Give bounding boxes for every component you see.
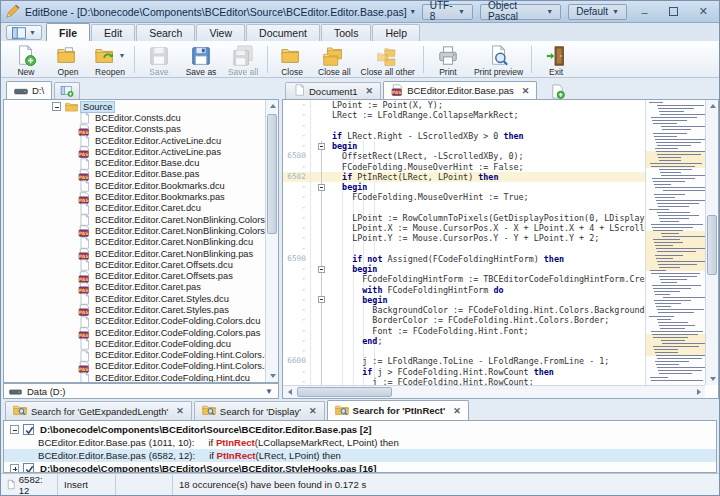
code-line[interactable]: - if j > FCodeFolding.Hint.RowCount then [283,367,705,377]
tree-item[interactable]: BCEditor.Editor.CodeFolding.dcu [4,338,265,349]
code-line[interactable]: - begin [283,264,705,274]
exit-button[interactable]: Exit [535,43,577,76]
code-line[interactable]: -LPoint := Point(X, Y); [283,100,705,110]
minimap[interactable] [645,100,705,385]
code-line[interactable]: - j := FCodeFolding.Hint.RowCount; [283,377,705,385]
tree-item[interactable]: BCEditor.Editor.CodeFolding.Hint.Colors.… [4,350,265,361]
search-tab[interactable]: Search for 'PtInRect'✕ [327,400,469,420]
scroll-up-icon[interactable] [706,100,719,112]
tree-item[interactable]: PASBCEditor.Editor.CodeFolding.Hint.Colo… [4,361,265,372]
tree-item[interactable]: PASBCEditor.Editor.ActiveLine.pas [4,146,265,157]
editor-tab-document1[interactable]: Document1✕ [285,82,381,99]
close-tab-icon[interactable]: ✕ [309,406,317,416]
highlighter-dropdown[interactable]: Object Pascal▼ [480,4,561,20]
fold-collapse-icon[interactable] [318,143,325,150]
tree-item[interactable]: BCEditor.Editor.Caret.Styles.dcu [4,293,265,304]
code-line[interactable]: -if LRect.Right - LScrolledXBy > 0 then [283,131,705,141]
checkbox[interactable] [23,424,34,435]
tree-item[interactable]: BCEditor.Editor.CodeFolding.Colors.dcu [4,316,265,327]
scroll-right-icon[interactable] [692,386,705,398]
menu-tab-tools[interactable]: Tools [321,24,372,41]
tree-item[interactable]: BCEditor.Editor.Caret.Offsets.dcu [4,259,265,270]
tree-item[interactable]: PASBCEditor.Editor.Caret.NonBlinking.Col… [4,225,265,236]
tree-item[interactable]: BCEditor.Editor.ActiveLine.dcu [4,135,265,146]
result-file-row[interactable]: D:\bonecode\Components\BCEditor\Source\B… [4,462,716,473]
menu-tab-document[interactable]: Document [246,24,320,41]
reopen-button[interactable]: ▼Reopen [89,43,131,76]
menu-tab-help[interactable]: Help [372,24,420,41]
code-line[interactable]: - [283,346,705,356]
new-document-tab-button[interactable] [547,83,567,99]
collapse-icon[interactable] [10,425,19,434]
close-tab-icon[interactable]: ✕ [453,406,461,416]
code-line[interactable]: - LPoint.X := Mouse.CursorPos.X - X + LP… [283,223,705,233]
editor-horizontal-scrollbar[interactable] [283,385,705,398]
tree-item[interactable]: PASBCEditor.Editor.Base.pas [4,169,265,180]
checkbox[interactable] [23,463,34,473]
code-line[interactable]: 6600 j := LFoldRange.ToLine - LFoldRange… [283,356,705,366]
fold-collapse-icon[interactable] [318,266,325,273]
close-tab-icon[interactable]: ✕ [176,406,184,416]
tree-item[interactable]: PASBCEditor.Editor.Caret.NonBlinking.pas [4,248,265,259]
code-line[interactable]: 6580 OffsetRect(LRect, -LScrolledXBy, 0)… [283,151,705,161]
code-line[interactable]: -begin [283,141,705,151]
tree-item[interactable]: BCEditor.Editor.Caret.NonBlinking.Colors… [4,214,265,225]
expand-icon[interactable] [10,464,19,473]
editor-tab-bceditor-editor-base-pas[interactable]: PASBCEditor.Editor.Base.pas✕ [383,81,537,99]
add-directory-tab-button[interactable] [54,82,80,99]
result-match-row[interactable]: BCEditor.Editor.Base.pas(1011, 10):if Pt… [4,436,716,449]
code-line[interactable]: -LRect := LFoldRange.CollapseMarkRect; [283,110,705,120]
result-file-row[interactable]: D:\bonecode\Components\BCEditor\Source\B… [4,423,716,436]
encoding-dropdown[interactable]: UTF-8▼ [422,4,473,20]
code-line[interactable]: - FCodeFolding.MouseOverHint := True; [283,192,705,202]
print-preview-button[interactable]: Print preview [469,43,528,76]
menu-tab-edit[interactable]: Edit [91,24,135,41]
code-line[interactable]: - FCodeFolding.MouseOverHint := False; [283,162,705,172]
minimize-button[interactable]: – [633,6,656,18]
code-line[interactable]: - FCodeFoldingHintForm := TBCEditorCodeF… [283,274,705,284]
code-line[interactable]: 6590 if not Assigned(FCodeFoldingHintFor… [283,254,705,264]
directory-tab-d-drive[interactable]: D:\ [6,81,52,99]
tree-vertical-scrollbar[interactable] [265,100,278,382]
tree-item[interactable]: BCEditor.Consts.dcu [4,112,265,123]
tree-item[interactable]: PASBCEditor.Editor.Caret.Offsets.pas [4,270,265,281]
tree-item[interactable]: BCEditor.Editor.Caret.dcu [4,203,265,214]
code-line[interactable]: - [283,244,705,254]
tree-item[interactable]: PASBCEditor.Editor.Caret.pas [4,282,265,293]
search-tab[interactable]: Search for 'Display'✕ [194,401,325,420]
scroll-left-icon[interactable] [283,386,296,398]
code-line[interactable]: - BackgroundColor := FCodeFolding.Hint.C… [283,305,705,315]
print-button[interactable]: Print [427,43,469,76]
code-line[interactable]: - LPoint.Y := Mouse.CursorPos.Y - Y + LP… [283,233,705,243]
new-button[interactable]: New [5,43,47,76]
code-line[interactable]: - [283,121,705,131]
menu-tab-file[interactable]: File [46,23,90,41]
code-line[interactable]: - BorderColor := FCodeFolding.Hint.Color… [283,315,705,325]
search-tab[interactable]: Search for 'GetExpandedLength'✕ [5,401,192,420]
scroll-up-icon[interactable] [266,100,279,112]
fold-collapse-icon[interactable] [318,296,325,303]
tree-item[interactable]: PASBCEditor.Editor.Caret.Styles.pas [4,304,265,315]
editor-hscroll-thumb[interactable] [297,387,392,397]
close-button[interactable]: ✕ [692,5,715,18]
menu-tab-view[interactable]: View [196,24,245,41]
code-line[interactable]: - Font := FCodeFolding.Hint.Font; [283,326,705,336]
tree-scroll-thumb[interactable] [267,114,277,234]
scroll-down-icon[interactable] [706,373,719,385]
tree-item[interactable]: PASBCEditor.Consts.pas [4,124,265,135]
save-as-button[interactable]: Save as [180,43,222,76]
title-dropdown-arrow[interactable]: ▾ [411,7,415,16]
maximize-button[interactable] [662,6,685,18]
code-line[interactable]: - begin [283,182,705,192]
tree-item[interactable]: PASBCEditor.Editor.Bookmarks.pas [4,191,265,202]
open-button[interactable]: Open [47,43,89,76]
menu-tab-search[interactable]: Search [136,24,195,41]
tree-folder-source[interactable]: Source [4,101,265,112]
code-line[interactable]: - end; [283,336,705,346]
close-all-other-button[interactable]: Close all other [356,43,420,76]
code-editor[interactable]: -LPoint := Point(X, Y);-LRect := LFoldRa… [282,99,719,399]
tree-item[interactable]: BCEditor.Editor.Bookmarks.dcu [4,180,265,191]
tree-item[interactable]: BCEditor.Editor.Base.dcu [4,157,265,168]
result-match-row[interactable]: BCEditor.Editor.Base.pas(6582, 12):if Pt… [4,449,716,462]
code-line[interactable]: - LPoint := RowColumnToPixels(GetDisplay… [283,213,705,223]
